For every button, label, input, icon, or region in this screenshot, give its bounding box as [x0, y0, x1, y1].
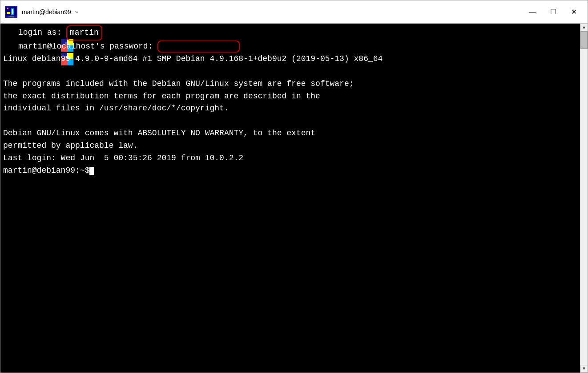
login-as-text: login as: — [18, 27, 66, 39]
terminal-line-msg1: The programs included with the Debian GN… — [3, 78, 577, 90]
terminal-content: login as: martin martin@localhost's pas — [3, 25, 577, 177]
terminal-line-blank2 — [3, 115, 577, 127]
svg-rect-9 — [7, 8, 8, 9]
sysinfo-text: Linux debian99 4.9.0-9-amd64 #1 SMP Debi… — [3, 53, 383, 65]
terminal-icon-2 — [3, 41, 16, 53]
terminal-line-prompt: martin@debian99:~$ — [3, 165, 577, 177]
password-prompt-text: martin@localhost's password: — [18, 41, 157, 53]
warranty1-text: Debian GNU/Linux comes with ABSOLUTELY N… — [3, 127, 315, 140]
maximize-button[interactable]: ☐ — [543, 0, 564, 24]
username-highlight: martin — [66, 25, 102, 41]
titlebar-buttons: — ☐ ✕ — [523, 0, 584, 24]
window-body: login as: martin martin@localhost's pas — [0, 24, 588, 373]
window-title: martin@debian99: ~ — [22, 8, 523, 16]
scroll-down-button[interactable]: ▼ — [580, 365, 588, 373]
svg-rect-6 — [10, 16, 12, 16]
password-input-highlight — [157, 41, 240, 53]
terminal-line-msg2: the exact distribution terms for each pr… — [3, 90, 577, 103]
scroll-up-button[interactable]: ▲ — [580, 24, 588, 31]
minimize-button[interactable]: — — [523, 0, 543, 24]
terminal-line-login: login as: martin — [3, 25, 577, 41]
scrollbar-thumb[interactable] — [580, 31, 588, 49]
app-icon — [4, 5, 18, 19]
svg-rect-3 — [8, 13, 9, 14]
msg2-text: the exact distribution terms for each pr… — [3, 90, 320, 103]
svg-rect-5 — [12, 9, 13, 14]
terminal-line-sysinfo: Linux debian99 4.9.0-9-amd64 #1 SMP Debi… — [3, 53, 577, 65]
titlebar: martin@debian99: ~ — ☐ ✕ — [0, 0, 588, 24]
warranty2-text: permitted by applicable law. — [3, 140, 137, 152]
prompt-text: martin@debian99:~$ — [3, 165, 89, 177]
terminal-cursor — [89, 167, 94, 175]
terminal-line-password: martin@localhost's password: — [3, 41, 577, 53]
terminal-icon-1 — [3, 27, 16, 39]
lastlogin-text: Last login: Wed Jun 5 00:35:26 2019 from… — [3, 152, 243, 165]
scrollbar-track[interactable] — [580, 31, 588, 365]
terminal-area[interactable]: login as: martin martin@localhost's pas — [0, 24, 580, 373]
scrollbar: ▲ ▼ — [580, 24, 588, 373]
close-button[interactable]: ✕ — [564, 0, 584, 24]
terminal-line-msg3: individual files in /usr/share/doc/*/cop… — [3, 102, 577, 115]
msg3-text: individual files in /usr/share/doc/*/cop… — [3, 102, 229, 115]
svg-rect-7 — [8, 16, 14, 17]
terminal-line-lastlogin: Last login: Wed Jun 5 00:35:26 2019 from… — [3, 152, 577, 165]
terminal-line-warranty2: permitted by applicable law. — [3, 140, 577, 152]
terminal-line-blank1 — [3, 65, 577, 78]
terminal-line-warranty1: Debian GNU/Linux comes with ABSOLUTELY N… — [3, 127, 577, 140]
msg1-text: The programs included with the Debian GN… — [3, 78, 354, 90]
terminal-window: martin@debian99: ~ — ☐ ✕ — [0, 0, 588, 373]
